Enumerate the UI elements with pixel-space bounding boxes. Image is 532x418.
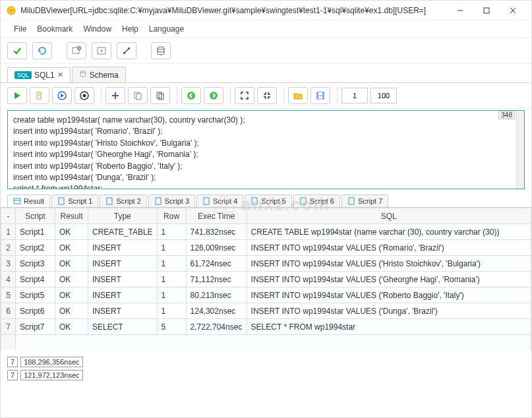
cell-type[interactable]: INSERT [88,240,158,256]
cell-row[interactable]: 1 [157,224,186,240]
cell-row[interactable]: 1 [157,256,186,272]
col-sql[interactable]: SQL [247,208,531,224]
tab-sql1[interactable]: SQL SQL1 ✕ [7,67,71,82]
rollback-button[interactable] [32,42,52,59]
result-tab-label: Script 7 [358,197,382,205]
result-tab-script7[interactable]: Script 7 [341,194,388,207]
cell-sql[interactable]: CREATE TABLE wp1994star (name varchar (3… [247,224,531,240]
cell-exec[interactable]: 124,302nsec [186,303,247,319]
result-tab-script3[interactable]: Script 3 [148,194,195,207]
cell-type[interactable]: INSERT [88,287,158,303]
cell-row[interactable]: 1 [157,240,186,256]
run-step-button[interactable] [52,87,72,104]
result-grid[interactable]: - Script Result Type Row Exec Time SQL 1… [1,208,531,350]
cell-type[interactable]: INSERT [88,256,158,272]
save-button[interactable] [310,87,330,104]
result-tab-script4[interactable]: Script 4 [196,194,243,207]
cell-type[interactable]: INSERT [88,303,158,319]
cell-exec[interactable]: 126,009nsec [186,240,247,256]
database-button[interactable] [151,42,171,59]
cell-sql[interactable]: SELECT * FROM wp1994star [247,319,531,335]
result-tab-result[interactable]: Result [7,194,50,207]
table-row[interactable]: 5Script5OKINSERT180,213nsecINSERT INTO w… [1,287,531,303]
cell-type[interactable]: INSERT [88,272,158,287]
page-to-input[interactable] [370,88,397,104]
table-row[interactable]: 3Script3OKINSERT161,724nsecINSERT INTO w… [1,256,531,272]
col-type[interactable]: Type [88,208,158,224]
cell-row[interactable]: 1 [157,303,186,319]
cell-result[interactable]: OK [55,272,88,287]
cell-script[interactable]: Script3 [16,256,55,272]
add-button[interactable] [105,87,125,104]
tab-schema[interactable]: Schema [72,67,126,82]
cell-script[interactable]: Script4 [16,272,55,287]
col-exec[interactable]: Exec Time [186,208,247,224]
cell-result[interactable]: OK [55,319,88,335]
cell-script[interactable]: Script2 [16,240,55,256]
table-row[interactable]: 2Script2OKINSERT1126,009nsecINSERT INTO … [1,240,531,256]
expand-button[interactable] [235,87,254,104]
cell-result[interactable]: OK [55,224,88,240]
cell-result[interactable]: OK [55,256,88,272]
sql-editor[interactable]: create table wp1994star( name varchar(30… [8,111,524,189]
run-button[interactable] [7,87,27,104]
table-row[interactable]: 7Script7OKSELECT52,722,704nsecSELECT * F… [1,319,531,335]
cell-sql[interactable]: INSERT INTO wp1994star VALUES ('Dunga', … [247,303,531,319]
cell-sql[interactable]: INSERT INTO wp1994star VALUES ('Romario'… [247,240,531,256]
scrollbar[interactable] [516,111,524,189]
cell-script[interactable]: Script1 [16,224,55,240]
menu-help[interactable]: Help [122,24,138,34]
cell-exec[interactable]: 80,213nsec [186,287,247,303]
cell-sql[interactable]: INSERT INTO wp1994star VALUES ('Gheorghe… [247,272,531,287]
menu-bookmark[interactable]: Bookmark [37,24,73,34]
cell-row[interactable]: 1 [157,287,186,303]
cell-exec[interactable]: 741,832nsec [186,224,247,240]
cell-sql[interactable]: INSERT INTO wp1994star VALUES ('Roberto … [247,287,531,303]
connect-button[interactable] [117,42,136,59]
minimize-button[interactable] [447,1,473,20]
next-button[interactable] [204,87,223,104]
maximize-button[interactable] [473,1,500,20]
col-result[interactable]: Result [55,208,88,224]
cell-type[interactable]: SELECT [88,319,158,335]
result-tab-script1[interactable]: Script 1 [51,194,98,207]
col-corner[interactable]: - [1,208,16,224]
cell-result[interactable]: OK [55,287,88,303]
cell-result[interactable]: OK [55,303,88,319]
cell-result[interactable]: OK [55,240,88,256]
col-row[interactable]: Row [157,208,186,224]
cell-row[interactable]: 5 [157,319,186,335]
new-window-button[interactable] [92,42,111,59]
menu-language[interactable]: Language [149,24,184,34]
cell-script[interactable]: Script6 [16,303,55,319]
run-all-button[interactable] [74,87,94,104]
cell-exec[interactable]: 61,724nsec [186,256,247,272]
open-button[interactable] [288,87,308,104]
result-tab-script2[interactable]: Script 2 [100,194,146,207]
col-script[interactable]: Script [16,208,55,224]
copy-button[interactable] [128,87,148,104]
cell-type[interactable]: CREATE_TABLE [88,224,158,240]
table-row[interactable]: 1Script1OKCREATE_TABLE1741,832nsecCREATE… [1,224,531,240]
cell-exec[interactable]: 2,722,704nsec [186,319,247,335]
page-from-input[interactable] [341,88,368,104]
collapse-button[interactable] [257,87,277,104]
duplicate-button[interactable] [150,87,170,104]
cell-row[interactable]: 1 [157,272,186,287]
cell-sql[interactable]: INSERT INTO wp1994star VALUES ('Hristo S… [247,256,531,272]
table-row[interactable]: 4Script4OKINSERT171,112nsecINSERT INTO w… [1,272,531,287]
prev-button[interactable] [181,87,201,104]
menu-file[interactable]: File [14,24,26,34]
close-icon[interactable]: ✕ [57,71,63,79]
commit-button[interactable] [7,42,27,59]
close-button[interactable] [500,1,526,20]
result-tab-script6[interactable]: Script 6 [293,194,340,207]
table-row[interactable]: 6Script6OKINSERT1124,302nsecINSERT INTO … [1,303,531,319]
cell-script[interactable]: Script5 [16,287,55,303]
cell-script[interactable]: Script7 [16,319,55,335]
explain-button[interactable] [30,87,49,104]
menu-window[interactable]: Window [83,24,111,34]
cell-exec[interactable]: 71,112nsec [186,272,247,287]
result-tab-script5[interactable]: Script 5 [245,194,291,207]
new-tab-button[interactable] [67,42,86,59]
